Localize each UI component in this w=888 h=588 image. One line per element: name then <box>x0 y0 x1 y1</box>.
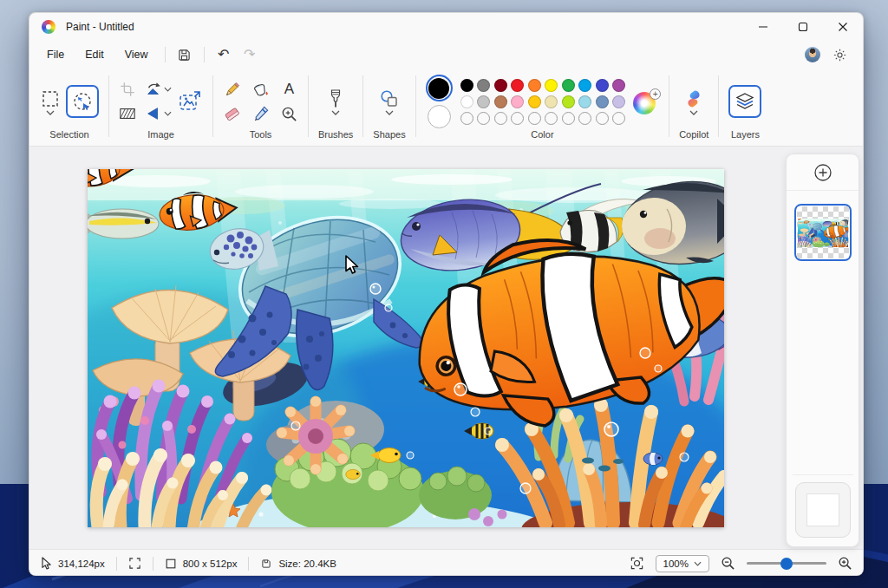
add-layer-button[interactable] <box>787 154 859 191</box>
palette-color[interactable] <box>511 95 524 108</box>
redo-icon: ↷ <box>244 48 255 62</box>
palette-empty-slot[interactable] <box>612 112 625 125</box>
text-tool-icon[interactable]: A <box>284 81 294 98</box>
cursor-position-indicator: 314,124px <box>40 557 105 570</box>
palette-color[interactable] <box>596 95 609 108</box>
palette-color[interactable] <box>578 95 591 108</box>
minimize-button[interactable] <box>743 13 783 41</box>
palette-color[interactable] <box>545 79 558 92</box>
palette-empty-slot[interactable] <box>477 112 490 125</box>
palette-color[interactable] <box>578 79 591 92</box>
color-picker-icon[interactable] <box>251 105 270 123</box>
menu-edit[interactable]: Edit <box>75 44 114 65</box>
freeform-select-button-selected[interactable] <box>66 85 99 118</box>
redo-button[interactable]: ↷ <box>237 43 263 66</box>
flip-icon <box>145 105 162 122</box>
layer-thumbnail-image <box>798 219 848 247</box>
palette-color[interactable] <box>562 79 575 92</box>
canvas-size-value: 800 x 512px <box>183 559 238 569</box>
statusbar: 314,124px 800 x 512px Size: 20.4KB <box>29 549 863 576</box>
palette-empty-slot[interactable] <box>460 112 473 125</box>
foreground-color-selected[interactable] <box>426 75 453 101</box>
background-layer-thumbnail[interactable] <box>795 482 851 538</box>
settings-gear-icon[interactable] <box>832 48 847 62</box>
save-icon <box>176 47 193 63</box>
background-color-swatch[interactable] <box>428 105 451 128</box>
palette-color[interactable] <box>511 79 524 92</box>
palette-color[interactable] <box>596 79 609 92</box>
zoom-level-dropdown[interactable]: 100% <box>656 555 709 572</box>
brushes-button[interactable] <box>326 88 345 115</box>
resize-icon[interactable] <box>119 107 136 121</box>
layer-thumbnail-selected[interactable] <box>794 204 852 261</box>
canvas-size-indicator: 800 x 512px <box>165 558 238 570</box>
divider <box>362 75 363 137</box>
flip-button[interactable] <box>145 105 172 122</box>
file-size-value: Size: 20.4KB <box>278 559 336 569</box>
canvas[interactable] <box>88 169 724 527</box>
palette-empty-slot[interactable] <box>494 112 507 125</box>
account-avatar[interactable] <box>805 47 820 62</box>
window-title: Paint - Untitled <box>66 21 134 33</box>
freeform-select-icon <box>71 90 94 113</box>
palette-color[interactable] <box>477 95 490 108</box>
divider <box>718 75 719 137</box>
shapes-button[interactable] <box>379 88 400 115</box>
edit-colors-button[interactable]: + <box>633 88 659 114</box>
maximize-button[interactable] <box>783 13 823 41</box>
rectangle-select-button[interactable] <box>40 88 61 115</box>
zoom-slider-thumb[interactable] <box>780 558 793 570</box>
fit-to-screen-button[interactable] <box>630 556 644 571</box>
undo-icon: ↶ <box>218 48 229 62</box>
menu-file[interactable]: File <box>36 44 75 65</box>
palette-color[interactable] <box>494 95 507 108</box>
section-label: Color <box>531 129 553 142</box>
copilot-button[interactable] <box>683 88 704 115</box>
palette-color[interactable] <box>460 95 473 108</box>
palette-empty-slot[interactable] <box>578 112 591 125</box>
section-copilot: Copilot <box>672 69 715 146</box>
file-size-icon <box>260 558 272 570</box>
palette-color[interactable] <box>528 79 541 92</box>
transparency-checkerboard <box>797 206 849 258</box>
palette-color[interactable] <box>612 79 625 92</box>
eraser-icon[interactable] <box>223 105 241 123</box>
palette-empty-slot[interactable] <box>511 112 524 125</box>
palette-color[interactable] <box>477 79 490 92</box>
zoom-slider[interactable] <box>747 562 826 565</box>
close-button[interactable] <box>823 13 863 41</box>
zoom-out-button[interactable] <box>721 556 735 571</box>
palette-color[interactable] <box>494 79 507 92</box>
section-label: Selection <box>49 129 88 142</box>
palette-color[interactable] <box>612 95 625 108</box>
cursor-icon <box>40 557 52 570</box>
image-properties-icon[interactable] <box>177 88 203 114</box>
palette-empty-slot[interactable] <box>596 112 609 125</box>
chevron-down-icon <box>164 111 172 116</box>
section-selection: Selection <box>33 69 106 146</box>
divider <box>116 557 117 571</box>
save-button[interactable] <box>172 43 198 66</box>
palette-empty-slot[interactable] <box>545 112 558 125</box>
rotate-button[interactable] <box>145 81 172 98</box>
chevron-down-icon <box>694 561 702 566</box>
palette-empty-slot[interactable] <box>528 112 541 125</box>
titlebar[interactable]: Paint - Untitled <box>29 13 863 41</box>
ribbon-toolbar: Selection <box>29 69 863 147</box>
menu-view[interactable]: View <box>114 44 159 65</box>
chevron-down-icon[interactable] <box>46 110 55 115</box>
pencil-icon[interactable] <box>223 81 241 99</box>
plus-circle-icon <box>813 163 832 182</box>
crop-icon-disabled[interactable] <box>119 81 136 98</box>
palette-color[interactable] <box>562 95 575 108</box>
zoom-in-button[interactable] <box>838 556 852 571</box>
palette-color[interactable] <box>545 95 558 108</box>
magnifier-icon[interactable] <box>280 105 298 123</box>
fill-bucket-icon[interactable] <box>251 81 270 99</box>
palette-color[interactable] <box>528 95 541 108</box>
layers-button-selected[interactable] <box>728 85 761 118</box>
palette-empty-slot[interactable] <box>562 112 575 125</box>
palette-color[interactable] <box>460 79 473 92</box>
undo-button[interactable]: ↶ <box>211 43 237 66</box>
file-size-indicator: Size: 20.4KB <box>260 558 336 570</box>
